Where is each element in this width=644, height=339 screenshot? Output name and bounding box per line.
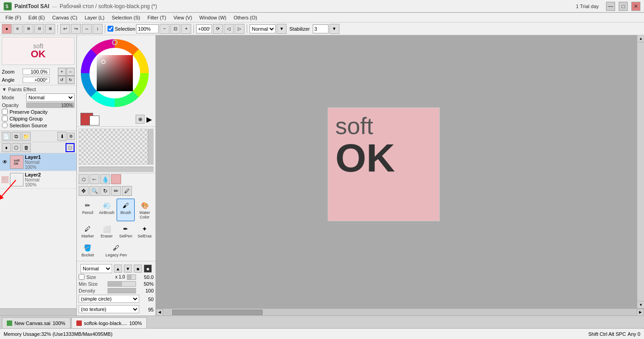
vscroll-up-btn[interactable]: ▲ xyxy=(637,35,644,42)
copy2-btn[interactable]: ⬡ xyxy=(12,143,21,152)
seleras-tool[interactable]: ✦ SelEras xyxy=(136,222,154,240)
nav-btn2[interactable]: ↪ xyxy=(71,24,81,34)
stabilizer-input[interactable] xyxy=(313,24,329,33)
layer-settings-btn[interactable]: ⚙ xyxy=(67,133,75,140)
background-color[interactable] xyxy=(89,116,99,125)
triangle-down-btn[interactable]: ▼ xyxy=(124,265,132,273)
blend-mode-btn[interactable]: ▼ xyxy=(277,24,287,34)
angle-btn1[interactable]: ⟳ xyxy=(213,24,223,34)
airbrush-tool[interactable]: 💨 AirBrush xyxy=(98,199,116,221)
color-picker-btn[interactable]: ⊕ xyxy=(136,115,145,124)
pencil-tool[interactable]: ✏ Pencil xyxy=(79,199,97,221)
merge-btn[interactable]: ⬇ xyxy=(57,132,66,141)
zoom-tool-btn[interactable]: 🔍 xyxy=(89,186,99,196)
preserve-opacity-check[interactable] xyxy=(2,109,8,115)
min-size-bar[interactable] xyxy=(108,281,136,287)
brush-tool[interactable]: 🖌 Brush xyxy=(117,199,135,221)
tab-new-canvas[interactable]: New Canvas.sai 100% xyxy=(2,317,71,328)
angle-input[interactable] xyxy=(196,24,212,33)
clipping-group-check[interactable] xyxy=(2,116,8,121)
hscroll-thumb[interactable] xyxy=(172,310,263,315)
left-scroll-btn[interactable] xyxy=(0,309,76,316)
menu-layer[interactable]: Layer (L) xyxy=(81,14,108,21)
stabilizer-dropdown[interactable]: ▼ xyxy=(329,24,339,34)
lasso-btn[interactable]: ⬡ xyxy=(79,174,89,184)
eyedrop-btn[interactable]: 💧 xyxy=(100,174,110,184)
nav-btn3[interactable]: ↔ xyxy=(82,24,92,34)
hscroll-right-btn[interactable]: ▶ xyxy=(637,309,644,316)
layer2-item[interactable]: 👁 ✕ Layer2 Normal 100% xyxy=(0,171,76,189)
selection-source-radio[interactable] xyxy=(2,122,8,128)
brush-mode-select[interactable]: Normal xyxy=(80,264,112,273)
angle-left-btn[interactable]: ↺ xyxy=(58,76,66,84)
sample-scroll-right[interactable] xyxy=(148,129,153,164)
legacy-pen-tool[interactable]: 🖋 Legacy Pen xyxy=(98,241,135,259)
zoom-left-btn[interactable]: + xyxy=(58,68,66,76)
zoom-minus-btn[interactable]: − xyxy=(160,24,169,34)
marker-tool[interactable]: 🖊 Marker xyxy=(79,222,97,240)
zoom-plus-btn[interactable]: + xyxy=(181,24,191,34)
vscroll-down-btn[interactable]: ▼ xyxy=(637,301,644,308)
density-bar[interactable] xyxy=(108,288,136,293)
angle-btn2[interactable]: ◁ xyxy=(224,24,234,34)
minimize-button[interactable]: — xyxy=(606,2,615,11)
move-btn[interactable]: ✥ xyxy=(79,186,89,196)
bucket-tool[interactable]: 🪣 Bucket xyxy=(79,241,97,259)
expand-icon[interactable]: ▼ xyxy=(2,87,7,92)
angle-right-btn[interactable]: ↻ xyxy=(66,76,75,84)
zoom-input[interactable] xyxy=(136,24,159,33)
rotate-btn[interactable]: ↻ xyxy=(100,186,110,196)
sample-scroll-bottom[interactable] xyxy=(79,167,154,172)
grid-btn2[interactable]: ⊞ xyxy=(24,24,33,34)
menu-filter[interactable]: Filter (T) xyxy=(144,14,170,21)
menu-edit[interactable]: Edit (E) xyxy=(25,14,49,21)
maximize-button[interactable]: □ xyxy=(619,2,628,11)
eraser-tool[interactable]: ⬜ Eraser xyxy=(98,222,116,240)
tab-softok[interactable]: softok-logo-black.... 100% xyxy=(71,317,147,328)
menu-window[interactable]: Window (W) xyxy=(196,14,230,21)
pen-tool-btn[interactable]: ✏ xyxy=(111,186,121,196)
grid-btn3[interactable]: ⊟ xyxy=(34,24,44,34)
grid-btn4[interactable]: ⊠ xyxy=(45,24,55,34)
shape-select[interactable]: (simple circle) xyxy=(79,295,139,303)
fill-btn[interactable]: ■ xyxy=(144,265,152,273)
layer-mask-btn[interactable]: □ xyxy=(66,143,75,152)
layer1-eye[interactable]: 👁 xyxy=(1,158,9,166)
new-layer-btn[interactable]: 📄 xyxy=(2,132,11,141)
color-circle-btn[interactable]: ● xyxy=(2,24,12,34)
zoom-right-btn[interactable]: − xyxy=(66,68,75,76)
selpen-tool[interactable]: ✒ SelPen xyxy=(117,222,135,240)
mode-select[interactable]: Normal xyxy=(26,93,75,102)
angle-btn3[interactable]: ▷ xyxy=(235,24,244,34)
layer1-item[interactable]: 👁 softOK Layer1 Normal 100% xyxy=(0,153,76,171)
opacity-bar[interactable]: 100% xyxy=(26,102,75,108)
grid-btn1[interactable]: ≡ xyxy=(13,24,23,34)
triangle-up-btn[interactable]: ▲ xyxy=(114,265,122,273)
size-bar[interactable] xyxy=(127,274,136,280)
zoom-fit-btn[interactable]: ⊡ xyxy=(170,24,180,34)
free-select-btn[interactable]: ⟜ xyxy=(89,174,99,184)
menu-view[interactable]: View (V) xyxy=(170,14,196,21)
copy-layer-btn[interactable]: ⧉ xyxy=(12,132,21,141)
selection-check-label[interactable]: Selection xyxy=(108,26,135,32)
menu-others[interactable]: Others (O) xyxy=(230,14,261,21)
folder-btn[interactable]: 📁 xyxy=(22,132,31,141)
hscroll-track[interactable] xyxy=(163,309,637,316)
watercolor-tool[interactable]: 🎨 Water Color xyxy=(136,199,154,221)
menu-canvas[interactable]: Canvas (C) xyxy=(49,14,81,21)
layer2-eye[interactable]: 👁 ✕ xyxy=(1,176,9,183)
square-btn[interactable]: ■ xyxy=(134,265,142,273)
menu-selection[interactable]: Selection (S) xyxy=(108,14,144,21)
size-check[interactable] xyxy=(79,274,85,280)
fill-color-box[interactable] xyxy=(111,174,121,184)
delete-btn[interactable]: 🗑 xyxy=(22,143,31,152)
blend-mode-select[interactable]: Normal xyxy=(249,24,276,33)
blend-down-btn[interactable]: ♦ xyxy=(2,143,11,152)
nav-btn1[interactable]: ↩ xyxy=(60,24,70,34)
nav-btn4[interactable]: ↕ xyxy=(93,24,103,34)
arrow-right-btn[interactable]: ▶ xyxy=(146,115,152,124)
canvas-area[interactable]: soft OK ▲ ▼ xyxy=(156,35,644,308)
close-button[interactable]: ✕ xyxy=(631,2,640,11)
color-wheel-svg[interactable] xyxy=(79,37,151,109)
straight-pen-btn[interactable]: 🖊 xyxy=(122,186,132,196)
